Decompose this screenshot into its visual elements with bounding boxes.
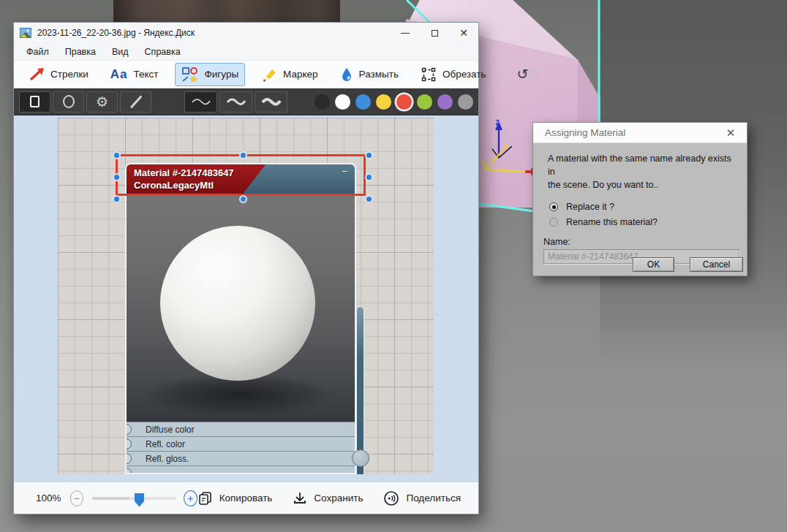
annotation-handle-tm[interactable] [239,151,247,159]
zoom-slider-thumb[interactable] [135,493,144,507]
color-black[interactable] [315,94,330,110]
radio-replace-circle[interactable] [549,202,558,211]
annotation-handle-bm[interactable] [239,195,247,203]
shape-rectangle-button[interactable] [19,91,50,113]
save-button[interactable]: Сохранить [293,491,363,506]
save-label: Сохранить [314,493,363,503]
shapes-icon [181,66,199,83]
tool-shapes[interactable]: Фигуры [175,63,246,86]
tool-text-label: Текст [134,69,159,80]
stroke-thin-button[interactable] [184,91,217,113]
color-red[interactable] [396,94,412,110]
tool-blur[interactable]: Размыть [334,64,404,85]
gear-icon: ⚙ [96,95,108,109]
tool-text[interactable]: Aa Текст [105,64,165,85]
annotation-handle-ml[interactable] [113,173,121,181]
ok-button[interactable]: OK [633,257,674,272]
menu-file[interactable]: Файл [20,45,56,58]
slot-row: Refl. gloss. [127,451,355,466]
shape-line-button[interactable] [120,91,151,113]
zoom-in-button[interactable]: + [184,490,197,506]
menubar: Файл Правка Вид Справка [14,43,478,61]
menu-view[interactable]: Вид [105,45,135,58]
share-button[interactable]: Поделиться [383,490,461,506]
undo-button[interactable]: ↺ [517,66,529,83]
close-button[interactable]: ✕ [449,23,478,43]
tool-marker-label: Маркер [283,69,318,80]
tool-crop-label: Обрезать [443,69,486,80]
tool-shapes-label: Фигуры [205,69,239,80]
slot-label: Diffuse color [146,425,194,435]
dialog-message: A material with the same name already ex… [533,143,747,191]
dialog-close-button[interactable]: ✕ [723,126,738,140]
stroke-thick-button[interactable] [255,91,287,113]
zoom-out-button[interactable]: − [70,490,83,506]
menu-edit[interactable]: Правка [59,45,102,58]
action-buttons: Копировать Сохранить [197,490,461,506]
rectangle-icon [30,96,39,107]
node-scrollbar-handle [352,449,369,467]
tool-arrows[interactable]: Стрелки [23,64,94,85]
shape-ellipse-button[interactable] [53,91,84,113]
node-minimize-glyph: − [342,165,347,177]
maximize-button[interactable] [420,23,449,43]
text-icon: Aa [110,67,128,82]
color-purple[interactable] [437,94,453,110]
sphere-preview [160,226,315,381]
medium-wave-icon [226,97,246,106]
zoom-slider-fill [92,497,129,500]
tool-marker[interactable]: Маркер [255,64,324,85]
annotation-handle-bl[interactable] [113,195,121,203]
stroke-medium-button[interactable] [219,91,252,113]
zoom-value: 100% [36,493,61,503]
zoom-slider[interactable] [92,497,176,500]
crop-icon [421,66,437,83]
shape-star-button[interactable]: ⚙ [86,91,118,113]
copy-label: Копировать [219,493,273,503]
dialog-titlebar: Assigning Material ✕ [533,123,747,143]
material-type: CoronaLegacyMtl [134,179,234,191]
color-white[interactable] [335,94,350,110]
tool-crop[interactable]: Обрезать [415,64,492,86]
menu-help[interactable]: Справка [138,45,187,58]
color-gray[interactable] [458,94,473,110]
dialog-message-line1: A material with the same name already ex… [548,152,734,178]
ellipse-icon [63,95,75,108]
slot-label: Refl. color [146,439,185,449]
color-green[interactable] [417,94,432,110]
slot-socket [127,468,132,474]
redo-button[interactable]: ↻ [528,66,540,83]
name-label: Name: [543,237,747,247]
edited-image: Material #-2147483647 CoronaLegacyMtl − … [58,118,434,474]
editor-canvas[interactable]: Material #-2147483647 CoronaLegacyMtl − … [14,115,478,482]
annotation-handle-br[interactable] [365,195,373,203]
radio-rename-circle[interactable] [549,218,558,227]
share-icon [383,490,399,506]
material-slots: Diffuse color Refl. color Refl. gloss. [127,422,355,474]
annotation-handle-mr[interactable] [365,173,373,181]
stroke-width-group [184,91,290,113]
material-preview [127,194,355,422]
assigning-material-dialog: Assigning Material ✕ A material with the… [532,122,748,276]
tool-blur-label: Размыть [359,69,399,80]
thick-wave-icon [261,97,282,106]
cancel-button[interactable]: Cancel [690,257,743,272]
slot-socket [125,453,132,464]
color-blue[interactable] [355,94,371,110]
slot-row: Diffuse color [127,422,355,436]
radio-replace[interactable]: Replace it ? [549,202,747,212]
arrow-icon [29,67,45,82]
annotation-handle-tr[interactable] [365,151,373,159]
window-title: 2023-11-26_22-20-36.jpg - Яндекс.Диск [37,28,391,38]
color-yellow[interactable] [376,94,391,110]
material-node-title: Material #-2147483647 CoronaLegacyMtl [134,167,234,191]
slot-socket [125,438,132,449]
maximize-icon [432,30,438,37]
minimize-button[interactable]: — [391,23,420,43]
radio-rename[interactable]: Rename this material? [549,217,747,227]
download-icon [293,491,307,506]
copy-button[interactable]: Копировать [197,490,273,506]
dialog-buttons: OK Cancel [533,257,747,272]
annotation-handle-tl[interactable] [113,151,121,159]
slot-row: Refl. color [127,436,355,451]
